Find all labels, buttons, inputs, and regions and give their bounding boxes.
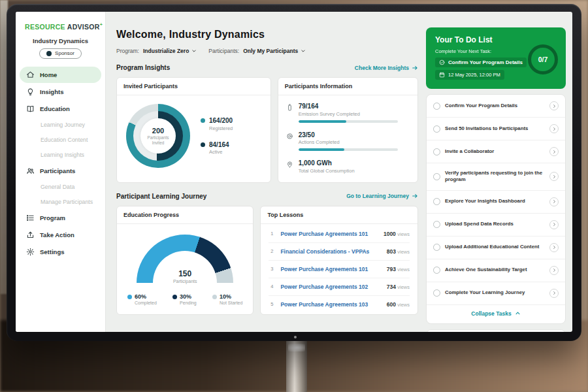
- legend-dot: [127, 295, 132, 299]
- go-to-learning-journey-link[interactable]: Go to Learning Journey: [346, 193, 418, 199]
- todo-next-task-label: Confirm Your Program Details: [448, 59, 523, 65]
- task-chevron-button[interactable]: [549, 197, 559, 206]
- task-row[interactable]: Upload Spend Data Records: [427, 214, 565, 237]
- sidebar-item-label: Manage Participants: [41, 199, 93, 205]
- task-checkbox[interactable]: [433, 221, 440, 228]
- lesson-link[interactable]: Power Purchase Agreements 101: [280, 266, 381, 272]
- collapse-tasks-link[interactable]: Collapse Tasks: [427, 305, 565, 323]
- program-insights-header: Program Insights Check More Insights: [116, 64, 418, 71]
- sidebar-item-general-data[interactable]: General Data: [20, 180, 101, 194]
- task-label: Explore Your Insights Dashboard: [445, 198, 545, 204]
- sidebar-item-insights[interactable]: Insights: [20, 84, 101, 100]
- sidebar-item-home[interactable]: Home: [20, 67, 101, 83]
- check-more-insights-link[interactable]: Check More Insights: [355, 65, 418, 71]
- education-progress-gauge-wrap: 150 Participants: [137, 235, 233, 284]
- sidebar-item-program[interactable]: Program: [20, 210, 101, 226]
- lesson-rank: 4: [269, 284, 275, 289]
- sidebar-item-label: Take Action: [40, 231, 74, 238]
- legend-item: 164/200 Registered: [201, 117, 233, 131]
- legend-dot: [212, 295, 217, 299]
- participants-icon: [26, 167, 35, 175]
- lesson-rank: 3: [269, 266, 275, 272]
- invited-participants-donut: 200 Participants Invited: [126, 104, 190, 168]
- lesson-rows: 1 Power Purchase Agreements 101 1000 vie…: [261, 224, 417, 314]
- participants-select[interactable]: Only My Participants: [243, 48, 306, 54]
- card-title: Education Progress: [117, 206, 253, 224]
- sidebar-item-learning-insights[interactable]: Learning Insights: [20, 148, 101, 162]
- program-select[interactable]: Industrialize Zero: [143, 48, 197, 54]
- main-content: Welcome, Industry Dynamics Program: Indu…: [106, 12, 426, 332]
- gauge-center-value: 150: [137, 269, 233, 278]
- participants-info-row: 79/164 Emission Survey Completed: [286, 103, 410, 123]
- todo-progress-ring: 0/7: [528, 44, 558, 74]
- dashboard-screen: RESOURCE ADVISOR+ Industry Dynamics Spon…: [16, 12, 572, 332]
- todo-tasks-card: Confirm Your Program Details Send 50 Inv…: [426, 94, 566, 324]
- insights-icon: [26, 88, 35, 96]
- task-checkbox[interactable]: [433, 148, 440, 155]
- sidebar-item-label: Education Content: [41, 137, 88, 143]
- lesson-link[interactable]: Power Purchase Agreements 101: [280, 231, 378, 237]
- monitor-stand: [286, 338, 307, 392]
- lesson-link[interactable]: Financial Considerations - VPPAs: [280, 248, 381, 255]
- task-row[interactable]: Send 50 Invitations to Participants: [427, 118, 565, 140]
- education-icon: [26, 105, 35, 113]
- task-chevron-button[interactable]: [549, 172, 559, 181]
- lesson-row: 3 Power Purchase Agreements 101 793 view…: [269, 261, 410, 278]
- task-chevron-button[interactable]: [549, 220, 559, 229]
- sidebar-item-manage-participants[interactable]: Manage Participants: [20, 195, 101, 209]
- task-row[interactable]: Complete Your Learning Journey: [427, 282, 565, 305]
- sidebar-item-label: Insights: [40, 88, 63, 95]
- task-chevron-button[interactable]: [549, 124, 559, 133]
- lesson-link[interactable]: Power Purchase Agreements 103: [280, 301, 381, 308]
- task-checkbox[interactable]: [433, 244, 440, 251]
- legend-item: 84/164 Active: [201, 141, 233, 155]
- task-chevron-button[interactable]: [549, 266, 559, 275]
- lesson-views: 600 views: [387, 301, 410, 308]
- task-row[interactable]: Upload Additional Educational Content: [427, 237, 565, 259]
- info-label: Actions Completed: [299, 139, 398, 145]
- task-checkbox[interactable]: [433, 267, 440, 274]
- sidebar-nav: Home Insights Education Learning: [16, 67, 105, 260]
- task-chevron-button[interactable]: [549, 243, 559, 252]
- info-label: Total Global Consumption: [299, 168, 355, 174]
- task-row[interactable]: Verify participants requesting to join t…: [427, 163, 565, 191]
- location-icon: [286, 161, 293, 168]
- todo-next-task[interactable]: Confirm Your Program Details: [435, 57, 527, 67]
- task-checkbox[interactable]: [433, 103, 440, 110]
- legend-item: 60% Completed: [127, 293, 157, 306]
- task-chevron-button[interactable]: [549, 101, 559, 110]
- participants-info-row: 1,000 GWh Total Global Consumption: [286, 159, 410, 174]
- task-label: Invite a Collaborator: [445, 148, 545, 155]
- lesson-link[interactable]: Power Purchase Agreements 102: [280, 284, 381, 290]
- task-checkbox[interactable]: [433, 125, 440, 133]
- sidebar-item-participants[interactable]: Participants: [20, 163, 101, 179]
- task-row[interactable]: Invite a Collaborator: [427, 140, 565, 163]
- task-row[interactable]: Explore Your Insights Dashboard: [427, 191, 565, 214]
- sidebar-item-education-content[interactable]: Education Content: [20, 133, 101, 147]
- participants-select-value: Only My Participants: [243, 48, 298, 54]
- learning-journey-header: Participant Learning Journey Go to Learn…: [116, 193, 418, 200]
- recent-news-card: Recent News: [426, 329, 566, 332]
- task-row[interactable]: Confirm Your Program Details: [427, 95, 565, 118]
- legend-dot: [201, 118, 205, 123]
- participants-info-rows: 79/164 Emission Survey Completed 23/50: [278, 95, 417, 174]
- chevron-down-icon: [191, 48, 197, 54]
- task-chevron-button[interactable]: [549, 147, 559, 156]
- learning-journey-cards: Education Progress 150 Participants: [116, 206, 418, 315]
- sidebar-item-learning-journey[interactable]: Learning Journey: [20, 118, 101, 132]
- task-checkbox[interactable]: [433, 289, 440, 297]
- home-icon: [26, 71, 35, 79]
- card-title: Top Lessons: [261, 206, 417, 224]
- task-row[interactable]: Achieve One Sustainability Target: [427, 259, 565, 282]
- task-checkbox[interactable]: [433, 173, 440, 180]
- task-checkbox[interactable]: [433, 198, 440, 205]
- sidebar-item-label: Learning Insights: [41, 152, 84, 158]
- sidebar-item-education[interactable]: Education: [20, 101, 101, 117]
- sidebar-item-take-action[interactable]: Take Action: [20, 227, 101, 243]
- sidebar-item-settings[interactable]: Settings: [20, 244, 101, 260]
- program-select-value: Industrialize Zero: [143, 48, 189, 54]
- chevron-right-icon: [552, 104, 557, 108]
- legend-percent: 10%: [220, 293, 231, 300]
- todo-due-date-label: 12 May 2025, 12:00 PM: [448, 72, 500, 78]
- task-chevron-button[interactable]: [549, 289, 559, 298]
